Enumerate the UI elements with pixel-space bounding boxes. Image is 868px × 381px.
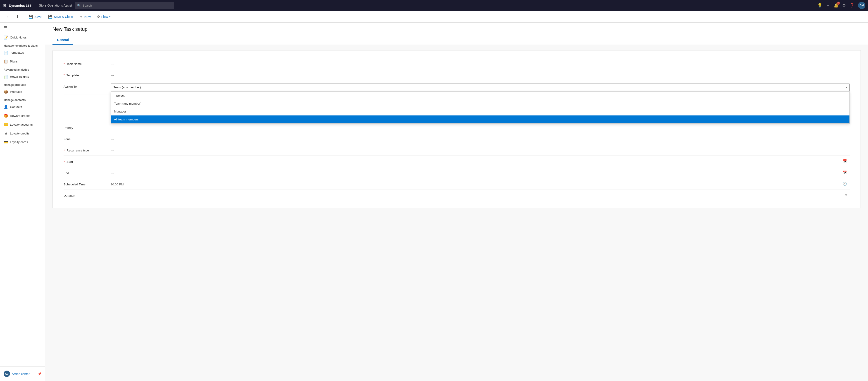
share-icon: ⬆ [16,14,19,19]
app-name: Store Operations Assist [38,4,72,7]
field-start: * Start --- 📅 [64,155,850,167]
scheduled-time-clock-icon[interactable]: 🕙 [843,182,847,186]
label-duration: Duration [64,193,109,197]
top-nav-right: 💡 ＋ 🔔 2 ⚙ ❓ DM [817,2,865,9]
sidebar-item-loyalty-accounts[interactable]: 💳 Loyalty accounts [0,120,45,129]
value-end: --- [109,170,850,175]
dropdown-option-team-any[interactable]: Team (any member) [111,99,849,108]
loyalty-accounts-label: Loyalty accounts [10,123,33,126]
products-icon: 📦 [4,90,8,94]
loyalty-cards-icon: 💳 [4,140,8,144]
page-header: New Task setup General [45,23,868,45]
assign-to-select-wrapper: Team (any member) ▾ [111,84,850,91]
new-button[interactable]: ＋ New [77,13,93,20]
dropdown-option-all-team[interactable]: All team members [111,115,849,123]
sidebar-item-quick-notes[interactable]: 📝 Quick Notes [0,33,45,42]
save-close-icon: 💾 [48,14,53,19]
action-center-avatar: AC [4,371,10,377]
flow-icon: ⟳ [97,14,100,19]
notifications-icon[interactable]: 🔔 2 [834,3,839,8]
new-icon: ＋ [80,14,83,19]
content-area: New Task setup General * Task Name --- [45,23,868,381]
plans-icon: 📋 [4,59,8,64]
help-icon[interactable]: ❓ [849,3,855,8]
sidebar-item-contacts[interactable]: 👤 Contacts [0,102,45,111]
save-close-button[interactable]: 💾 Save & Close [45,13,76,20]
top-navigation: ⊞ Dynamics 365 Store Operations Assist 🔍… [0,0,868,11]
add-icon[interactable]: ＋ [826,3,830,8]
reward-credits-icon: 🎁 [4,114,8,118]
dropdown-option-select[interactable]: --Select-- [111,92,849,99]
label-assign-to: Assign To [64,84,109,88]
back-button[interactable]: ← [4,13,12,20]
notification-badge: 2 [837,2,840,5]
value-priority: --- [109,125,850,129]
action-center-item[interactable]: AC Action center 📌 [0,368,45,379]
field-duration: Duration --- ▾ [64,189,850,201]
dropdown-option-manager[interactable]: Manager [111,108,849,115]
action-center-pin-icon: 📌 [38,372,41,376]
search-icon: 🔍 [77,4,81,7]
label-recurrence-type: * Recurrence type [64,147,109,152]
reward-credits-label: Reward credits [10,114,30,117]
start-calendar-icon[interactable]: 📅 [843,159,847,163]
quick-notes-icon: 📝 [4,35,8,39]
sidebar-toggle[interactable]: ☰ [0,23,45,33]
main-layout: ☰ 📝 Quick Notes Manage templates & plans… [0,23,868,381]
field-template: * Template --- [64,69,850,80]
assign-to-container: Team (any member) ▾ --Select-- Team (any… [109,84,850,91]
new-label: New [84,15,91,19]
value-recurrence-type: --- [109,147,850,152]
assign-to-select[interactable]: Team (any member) [111,84,850,91]
loyalty-accounts-icon: 💳 [4,122,8,127]
field-zone: Zone --- [64,133,850,144]
contacts-label: Contacts [10,105,22,109]
sidebar-item-reward-credits[interactable]: 🎁 Reward credits [0,111,45,120]
search-bar[interactable]: 🔍 Search [75,2,174,9]
back-icon: ← [6,15,9,19]
sidebar-item-loyalty-cards[interactable]: 💳 Loyalty cards [0,138,45,146]
section-label-manage-products: Manage products [0,81,45,87]
retail-insights-icon: 📊 [4,75,8,79]
field-recurrence-type: * Recurrence type --- [64,144,850,155]
sidebar-bottom: AC Action center 📌 [0,366,45,381]
form-scroll: * Task Name --- * Template --- A [45,45,868,381]
duration-chevron-icon[interactable]: ▾ [845,193,847,197]
share-button[interactable]: ⬆ [13,13,22,21]
sidebar-item-loyalty-credits[interactable]: 🖥 Loyalty credits [0,129,45,138]
sidebar: ☰ 📝 Quick Notes Manage templates & plans… [0,23,45,381]
tab-general[interactable]: General [53,36,73,45]
sidebar-item-products[interactable]: 📦 Products [0,87,45,96]
field-task-name: * Task Name --- [64,58,850,69]
loyalty-cards-label: Loyalty cards [10,140,28,144]
brand-name: Dynamics 365 [9,4,31,7]
user-avatar[interactable]: DM [858,2,865,9]
settings-icon[interactable]: ⚙ [842,3,846,8]
label-zone: Zone [64,136,109,141]
command-bar: ← ⬆ 💾 Save 💾 Save & Close ＋ New ⟳ Flow ▾ [0,11,868,23]
loyalty-credits-label: Loyalty credits [10,132,29,135]
flow-button[interactable]: ⟳ Flow ▾ [94,13,114,20]
field-scheduled-time: Scheduled Time 10:00 PM 🕙 [64,178,850,189]
form-card: * Task Name --- * Template --- A [53,50,861,208]
retail-insights-label: Retail insights [10,75,29,78]
label-template: * Template [64,72,109,77]
plans-label: Plans [10,60,18,63]
grid-icon[interactable]: ⊞ [3,3,6,8]
sidebar-item-plans[interactable]: 📋 Plans [0,57,45,66]
page-title: New Task setup [53,26,861,32]
brand: Dynamics 365 [9,4,35,7]
flow-label: Flow [101,15,108,19]
end-calendar-icon[interactable]: 📅 [843,171,847,175]
sidebar-item-templates[interactable]: 📄 Templates [0,48,45,57]
separator-1 [24,14,24,20]
contacts-icon: 👤 [4,105,8,109]
save-button[interactable]: 💾 Save [26,13,44,20]
assign-to-dropdown: --Select-- Team (any member) Manager All… [111,91,850,124]
field-end: End --- 📅 [64,167,850,178]
value-zone: --- [109,136,850,141]
value-template: --- [109,72,850,77]
lightbulb-icon[interactable]: 💡 [817,3,822,8]
sidebar-item-retail-insights[interactable]: 📊 Retail insights [0,72,45,81]
quick-notes-label: Quick Notes [10,36,27,39]
